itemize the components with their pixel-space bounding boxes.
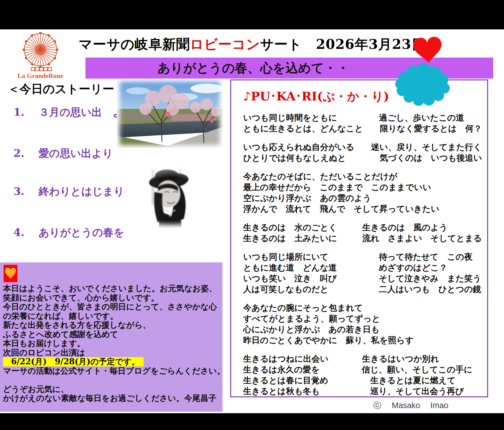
lyrics-line: 人は可笑しなものだと 二人はいつも ひとつの鏡 bbox=[243, 284, 484, 295]
lyrics-stanza: 今あなたのそばに、ただいることだけが最上の幸せだから このままで このままでいい… bbox=[243, 171, 484, 214]
lyrics-line: ともに進む道 どんな道 めざすのはどこ？ bbox=[243, 262, 484, 273]
lyrics-stanza: いつも同じ時間をともに 過ごし、歩いたこの道ともに生きるとは、どんなこと 限りな… bbox=[243, 112, 484, 134]
greeting-line: 本日はようこそ、おいでくださいました。お元気なお姿、 bbox=[3, 284, 219, 293]
lyrics-line: いつも笑い 泣き 叫び そして泣きやみ また笑う bbox=[243, 273, 484, 284]
lyrics-line: いつも同じ時間をともに 過ごし、歩いたこの道 bbox=[243, 112, 484, 123]
greeting-line bbox=[3, 375, 219, 385]
copyright-credit: ⓒ Masako Imao bbox=[373, 400, 449, 411]
lyrics-line: 昨日のごとくあでやかに 蘇り、私を照らす bbox=[243, 335, 484, 346]
lyrics-line: 生きるは永久の愛を 信じ、願い、そしてこの手に bbox=[243, 364, 484, 375]
lyrics-stanza: いつも同じ場所にいて 待って待たせて この夜ともに進む道 どんな道 めざすのはど… bbox=[243, 252, 484, 295]
cloud-icon bbox=[393, 60, 452, 109]
lyrics-line: 生きるはつねに出会い 生きるはいつか別れ bbox=[243, 354, 484, 364]
lyrics-line: 生きるとは春に目覚め 生きるとは夏に燃えて bbox=[243, 375, 484, 386]
greeting-line: どうぞお元気に、 bbox=[3, 385, 219, 394]
greeting-line: マーサの活動は公式サイト・毎日ブログをごらんください。 bbox=[3, 366, 219, 376]
greeting-box: 本日はようこそ、おいでくださいました。お元気なお姿、笑顔にお会いできて、心から嬉… bbox=[0, 262, 222, 412]
greeting-line: 笑顔にお会いできて、心から嬉しいです。 bbox=[3, 293, 219, 303]
lyrics-line: 最上の幸せだから このままで このままでいい bbox=[243, 182, 484, 193]
greeting-line: 今日のひとときが、皆さまの明日にとって、ささやかな心 bbox=[3, 302, 219, 312]
story-item: 4. ありがとうの春を bbox=[13, 225, 124, 240]
cherry-blossom-photo bbox=[117, 79, 222, 148]
lyrics-stanza: 生きるはつねに出会い 生きるはいつか別れ生きるは永久の愛を 信じ、願い、そしてこ… bbox=[243, 354, 484, 397]
title-black-left: マーサの岐阜新聞 bbox=[79, 36, 190, 52]
lyrics-line: 今あなたの腕にそっと包まれて bbox=[243, 303, 484, 313]
la-grande-roue-logo: La GrandeRoue bbox=[16, 31, 65, 82]
lyrics-line: ともに生きるとは、どんなこと 限りなく愛するとは 何？ bbox=[243, 123, 484, 134]
story-item: 3. 終わりとはじまり bbox=[13, 184, 124, 199]
greeting-line: かけがえのない素敵な毎日をお過ごしください。今尾昌子 bbox=[3, 394, 219, 403]
lyrics-line: 生きるのは 土みたいに 流れ さまよい そしてとまる bbox=[243, 233, 484, 244]
story-heading: ＜今日のストーリー＞ bbox=[8, 81, 126, 97]
lyrics-line: いつも同じ場所にいて 待って待たせて この夜 bbox=[243, 252, 484, 262]
flyer-page: La GrandeRoue マーサの岐阜新聞ロビーコンサート 2026年3月23… bbox=[0, 29, 504, 413]
page-title: マーサの岐阜新聞ロビーコンサート 2026年3月23日 bbox=[75, 35, 429, 53]
story-item: 1. ３月の思い出 より bbox=[13, 105, 134, 119]
orange-heart-icon bbox=[4, 265, 17, 282]
greeting-line: 次回のロビコン出演は bbox=[3, 348, 219, 357]
greeting-line: の栄養になれば、嬉しいです。 bbox=[3, 312, 219, 321]
lyrics-line: すべてがとまるよう、願ってずっと bbox=[243, 313, 484, 324]
lyrics-stanza: 今あなたの腕にそっと包まれてすべてがとまるよう、願ってずっと心にぷかりと浮かぶ … bbox=[243, 303, 484, 346]
lyrics-line: ひとりでは何もなしえぬと 気づくのは いつも後追い bbox=[243, 153, 484, 163]
portrait-photo bbox=[133, 163, 223, 228]
lyrics-line: 空にぷかり浮かぶ あの雲のよう bbox=[243, 193, 484, 204]
greeting-line: ふるさとへ改めて感謝を込めて bbox=[3, 330, 219, 339]
logo-text: La GrandeRoue bbox=[16, 72, 65, 80]
lyrics-stanza: いつも応えられぬ自分がいる 迷い、戻り、そしてまた行くひとりでは何もなしえぬと … bbox=[243, 142, 484, 163]
lyrics-line: 浮かんで 流れて 飛んで そして昇っていきたい bbox=[243, 204, 484, 214]
greeting-text: 本日はようこそ、おいでくださいました。お元気なお姿、笑顔にお会いできて、心から嬉… bbox=[3, 284, 219, 403]
lyrics-stanza: 生きるのは 水のごとく 生きるのは 風のよう生きるのは 土みたいに 流れ さまよ… bbox=[243, 222, 484, 244]
lyrics-box: ♪PU･KA･RI(ぷ・か・り) いつも同じ時間をともに 過ごし、歩いたこの道と… bbox=[230, 79, 488, 397]
greeting-line: 6/22(月) 9/28(月)の予定です。 bbox=[3, 357, 144, 366]
greeting-line: 新たな出発をされる方を応援しながら、 bbox=[3, 321, 219, 330]
lyrics-line: 生きるのは 水のごとく 生きるのは 風のよう bbox=[243, 222, 484, 233]
lyrics-line: 今あなたのそばに、ただいることだけが bbox=[243, 171, 484, 182]
lyrics-line: 生きるとは秋も冬も 巡り、そして出会う再び bbox=[243, 386, 484, 397]
lyrics-line: 心にぷかりと浮かぶ あの若き日も bbox=[243, 324, 484, 335]
title-red-part: ロビーコン bbox=[190, 36, 260, 52]
lyrics-body: いつも同じ時間をともに 過ごし、歩いたこの道ともに生きるとは、どんなこと 限りな… bbox=[243, 112, 484, 397]
greeting-line: 本日もお届けします。 bbox=[3, 339, 219, 348]
lyrics-line: いつも応えられぬ自分がいる 迷い、戻り、そしてまた行く bbox=[243, 142, 484, 153]
title-black-right: サート 2026年3月23日 bbox=[260, 36, 425, 52]
story-item: 2. 愛の思い出より bbox=[13, 146, 113, 160]
